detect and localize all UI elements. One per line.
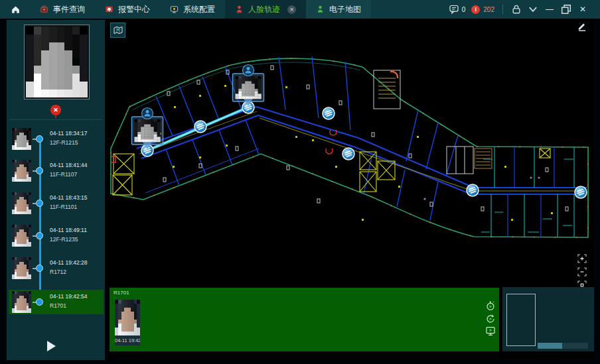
event-query-icon	[40, 5, 48, 14]
track-point-marker[interactable]	[323, 107, 335, 119]
timeline-item[interactable]: 04-11 18:43:1511F-R1101	[9, 191, 104, 215]
timeline-thumbnail	[12, 257, 31, 279]
tab-alarm-center[interactable]: 报警中心	[95, 0, 160, 19]
zoom-in-button[interactable]	[577, 254, 587, 263]
restore-window-button[interactable]	[561, 4, 571, 15]
timeline-thumbnail	[12, 225, 31, 247]
timeline-item[interactable]: 04-11 18:49:1112F-R1235	[9, 223, 104, 248]
timeline-dot-icon	[36, 135, 43, 143]
timeline-time: 04-11 18:43:15	[50, 194, 88, 201]
tab-label: 人脸轨迹	[248, 4, 280, 15]
playback-buttons	[486, 301, 495, 336]
progress-fill	[538, 343, 562, 349]
timeline-item[interactable]: 04-11 19:42:54R1701	[9, 290, 104, 314]
timeline-time: 04-11 18:41:44	[50, 162, 88, 168]
track-point-marker[interactable]	[194, 121, 206, 133]
alarm-badge-icon[interactable]: !	[471, 5, 480, 14]
message-icon[interactable]	[449, 5, 459, 15]
replay-button[interactable]	[486, 314, 495, 324]
divider	[502, 5, 503, 14]
timeline-location: 11F-R1107	[50, 171, 77, 178]
timeline-dot-icon	[36, 200, 43, 207]
face-balloon-marker[interactable]	[233, 65, 264, 107]
timeline-thumbnail	[12, 291, 31, 313]
face-trajectory-icon	[235, 5, 244, 14]
snapshot-image	[115, 300, 140, 335]
tab-close-icon[interactable]: ✕	[287, 5, 296, 14]
map-area: R1701 04-11 19:42:54	[108, 19, 594, 360]
close-window-button[interactable]: ✕	[577, 4, 588, 15]
timeline-thumbnail	[12, 128, 31, 150]
snapshot-thumbnail[interactable]: 04-11 19:42:54	[115, 300, 140, 345]
timeline-time: 04-11 18:49:11	[50, 227, 87, 233]
floor-plan-map[interactable]	[108, 19, 594, 286]
timeline-location: 12F-R1215	[50, 139, 78, 146]
timeline-location: 12F-R1235	[50, 236, 78, 243]
timeline-dot-icon	[36, 265, 43, 272]
map-zoom-controls	[577, 254, 587, 290]
trajectory-sidebar: ✕ 04-11 18:34:1712F-R121504-11 18:41:441…	[7, 20, 105, 360]
timeline-time: 04-11 19:42:54	[50, 293, 88, 300]
map-layers-button[interactable]	[110, 23, 125, 38]
zoom-out-button[interactable]	[577, 267, 587, 276]
tab-label: 事件查询	[53, 4, 85, 15]
target-portrait-image	[26, 27, 88, 97]
snapshot-time: 04-11 19:42:54	[115, 335, 140, 345]
minimize-button[interactable]: —	[544, 4, 555, 15]
timeline-dot-icon	[36, 167, 43, 174]
timeline-time: 04-11 18:34:17	[50, 130, 88, 137]
track-point-marker[interactable]	[575, 186, 587, 198]
system-config-icon	[170, 5, 179, 14]
timeline-location: R1701	[50, 302, 66, 309]
timeline-dot-icon	[36, 232, 43, 239]
tab-system-config[interactable]: 系统配置	[160, 0, 225, 19]
timeline-item[interactable]: 04-11 18:41:4411F-R1107	[9, 158, 104, 183]
tab-face-trajectory[interactable]: 人脸轨迹 ✕	[225, 0, 306, 19]
timeline-time: 04-11 19:42:28	[50, 259, 88, 266]
timeline-thumbnail	[12, 192, 31, 214]
playback-progress[interactable]	[538, 343, 588, 349]
play-on-monitor-button[interactable]	[486, 326, 495, 336]
door-frames	[163, 66, 568, 211]
tab-label: 报警中心	[118, 4, 150, 15]
stair-block-top	[374, 70, 400, 109]
room-dividers-teal	[481, 147, 574, 237]
tab-electronic-map[interactable]: 电子地图	[306, 0, 371, 19]
target-portrait	[24, 25, 90, 99]
map-icon	[113, 26, 123, 34]
message-count: 0	[462, 6, 466, 13]
lock-icon[interactable]	[511, 4, 522, 15]
marker-layer	[132, 65, 587, 199]
home-button[interactable]	[0, 0, 30, 19]
track-point-marker[interactable]	[342, 148, 354, 160]
app-window: 事件查询 报警中心 系统配置 人脸轨迹 ✕ 电子地图 0 ! 202 —	[0, 0, 600, 364]
track-point-marker[interactable]	[467, 184, 479, 196]
room-labels	[159, 85, 553, 221]
timeline-item[interactable]: 04-11 18:34:1712F-R1215	[9, 127, 104, 151]
playback-panel	[502, 287, 594, 351]
home-icon	[11, 5, 21, 15]
face-balloon-marker[interactable]	[132, 108, 163, 150]
timeline-dot-icon	[36, 298, 43, 306]
top-bar: 事件查询 报警中心 系统配置 人脸轨迹 ✕ 电子地图 0 ! 202 —	[0, 0, 600, 19]
selected-room-panel: R1701 04-11 19:42:54	[110, 288, 499, 351]
play-track-button[interactable]	[47, 341, 56, 351]
pencil-icon	[577, 21, 587, 32]
divider	[9, 119, 102, 120]
preview-box	[506, 294, 536, 346]
remove-target-button[interactable]: ✕	[50, 105, 61, 115]
tab-label: 电子地图	[329, 4, 361, 15]
alarm-center-icon	[105, 5, 113, 14]
electronic-map-icon	[316, 5, 325, 14]
edit-map-button[interactable]	[577, 21, 587, 32]
timed-play-button[interactable]	[486, 301, 495, 311]
timeline-thumbnail	[12, 160, 31, 182]
tab-event-query[interactable]: 事件查询	[30, 0, 95, 19]
timeline-location: R1712	[50, 269, 66, 275]
alarm-count: 202	[483, 6, 494, 13]
tab-label: 系统配置	[183, 4, 215, 15]
timeline-item[interactable]: 04-11 19:42:28R1712	[9, 256, 104, 280]
timeline-location: 11F-R1101	[50, 204, 77, 210]
chevron-down-icon[interactable]	[528, 4, 538, 15]
room-label: R1701	[113, 290, 129, 296]
